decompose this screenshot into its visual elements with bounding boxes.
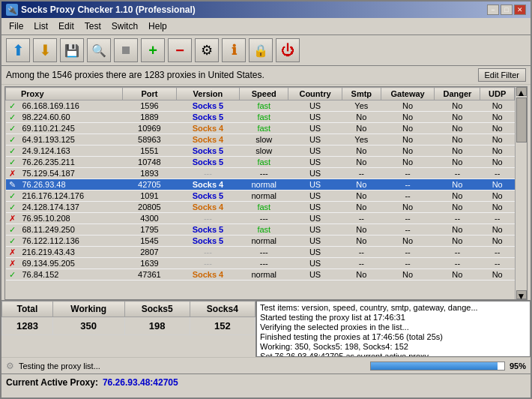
- row-status-icon: ✓: [9, 202, 16, 212]
- table-scrollbar[interactable]: ▲ ▼: [515, 87, 527, 299]
- menu-file[interactable]: File: [4, 20, 28, 33]
- cell-danger: No: [435, 224, 480, 236]
- cell-version: ---: [176, 258, 240, 269]
- log-panel: Test items: version, speed, country, smt…: [256, 301, 531, 357]
- maximize-button[interactable]: □: [501, 4, 513, 15]
- cell-version: Socks 4: [176, 179, 240, 190]
- progress-icon: ⚙: [6, 361, 14, 371]
- cell-country: US: [288, 168, 342, 179]
- table-row[interactable]: ✓ 76.122.112.136 1545 Socks 5 normal US …: [6, 236, 515, 247]
- table-row[interactable]: ✗ 69.134.95.205 1639 --- --- US -- -- --…: [6, 258, 515, 269]
- cell-gateway: No: [381, 157, 435, 168]
- table-row[interactable]: ✗ 75.129.54.187 1893 --- --- US -- -- --…: [6, 168, 515, 179]
- stats-panel: Total Working Socks5 Socks4 1283 350 198…: [1, 301, 256, 357]
- cell-proxy: ✗ 75.129.54.187: [6, 168, 123, 179]
- cell-udp: --: [480, 213, 515, 224]
- table-row[interactable]: ✓ 24.9.124.163 1551 Socks 5 slow US No N…: [6, 146, 515, 157]
- cell-speed: slow: [240, 146, 288, 157]
- cell-smtp: No: [342, 269, 381, 280]
- cell-gateway: No: [381, 123, 435, 134]
- cell-udp: No: [480, 100, 515, 112]
- cell-udp: No: [480, 236, 515, 247]
- log-line: Started testing the proxy list at 17:46:…: [260, 313, 527, 322]
- row-status-icon: ✗: [9, 259, 16, 268]
- save-button[interactable]: 💾: [60, 38, 84, 62]
- menu-list[interactable]: List: [29, 20, 52, 33]
- cell-version: Socks 5: [176, 100, 240, 112]
- info-button[interactable]: ℹ: [222, 38, 246, 62]
- cell-port: 1795: [123, 224, 177, 236]
- table-row[interactable]: ✓ 66.168.169.116 1596 Socks 5 fast US Ye…: [6, 100, 515, 112]
- cell-proxy: ✓ 64.91.193.125: [6, 134, 123, 146]
- cell-proxy: ✓ 68.11.249.250: [6, 224, 123, 236]
- cell-danger: --: [435, 168, 480, 179]
- cell-speed: fast: [240, 224, 288, 236]
- cell-smtp: No: [342, 236, 381, 247]
- cell-smtp: --: [342, 213, 381, 224]
- cell-country: US: [288, 100, 342, 112]
- settings-button[interactable]: ⚙: [195, 38, 219, 62]
- menu-switch[interactable]: Switch: [107, 20, 142, 33]
- close-button[interactable]: ✕: [514, 4, 526, 15]
- edit-filter-button[interactable]: Edit Filter: [478, 68, 526, 82]
- cell-proxy: ✓ 76.122.112.136: [6, 236, 123, 247]
- log-line: Set 76.26.93.48:42705 as current active …: [260, 352, 527, 357]
- cell-country: US: [288, 202, 342, 213]
- table-row[interactable]: ✓ 69.110.21.245 10969 Socks 4 fast US No…: [6, 123, 515, 134]
- cell-speed: fast: [240, 112, 288, 123]
- table-row[interactable]: ✓ 76.26.235.211 10748 Socks 5 fast US No…: [6, 157, 515, 168]
- cell-gateway: No: [381, 269, 435, 280]
- cell-speed: ---: [240, 247, 288, 258]
- cell-port: 1091: [123, 190, 177, 202]
- stop-button[interactable]: ⏹: [114, 38, 138, 62]
- col-smtp: Smtp: [342, 88, 381, 100]
- cell-udp: No: [480, 123, 515, 134]
- menu-edit[interactable]: Edit: [54, 20, 79, 33]
- cell-country: US: [288, 123, 342, 134]
- cell-smtp: --: [342, 247, 381, 258]
- col-udp: UDP: [480, 88, 515, 100]
- cell-gateway: No: [381, 236, 435, 247]
- cell-danger: --: [435, 258, 480, 269]
- up-button[interactable]: ⬆: [6, 38, 30, 62]
- cell-proxy: ✓ 69.110.21.245: [6, 123, 123, 134]
- power-button[interactable]: ⏻: [276, 38, 300, 62]
- cell-udp: No: [480, 202, 515, 213]
- down-button[interactable]: ⬇: [33, 38, 57, 62]
- cell-smtp: No: [342, 123, 381, 134]
- table-row[interactable]: ✓ 68.11.249.250 1795 Socks 5 fast US No …: [6, 224, 515, 236]
- table-row[interactable]: ✗ 216.219.43.43 2807 --- --- US -- -- --…: [6, 247, 515, 258]
- table-row[interactable]: ✎ 76.26.93.48 42705 Socks 4 normal US No…: [6, 179, 515, 190]
- progress-area: ⚙ Testing the proxy list... 95%: [1, 357, 531, 374]
- minimize-button[interactable]: −: [487, 4, 499, 15]
- menu-help[interactable]: Help: [144, 20, 172, 33]
- cell-smtp: No: [342, 157, 381, 168]
- cell-port: 20805: [123, 202, 177, 213]
- cell-danger: No: [435, 134, 480, 146]
- table-row[interactable]: ✓ 64.91.193.125 58963 Socks 4 slow US Ye…: [6, 134, 515, 146]
- cell-country: US: [288, 190, 342, 202]
- col-speed: Speed: [240, 88, 288, 100]
- cell-port: 1545: [123, 236, 177, 247]
- cell-smtp: No: [342, 190, 381, 202]
- lock-button[interactable]: 🔒: [249, 38, 273, 62]
- table-row[interactable]: ✓ 24.128.174.137 20805 Socks 4 fast US N…: [6, 202, 515, 213]
- add-button[interactable]: +: [141, 38, 165, 62]
- cell-version: ---: [176, 213, 240, 224]
- cell-gateway: No: [381, 202, 435, 213]
- search-button[interactable]: 🔍: [87, 38, 111, 62]
- table-row[interactable]: ✓ 216.176.124.176 1091 Socks 5 normal US…: [6, 190, 515, 202]
- row-status-icon: ✓: [9, 135, 16, 145]
- table-row[interactable]: ✓ 76.84.152 47361 Socks 4 normal US No N…: [6, 269, 515, 280]
- cell-gateway: --: [381, 258, 435, 269]
- remove-button[interactable]: −: [168, 38, 192, 62]
- table-row[interactable]: ✓ 98.224.60.60 1889 Socks 5 fast US No N…: [6, 112, 515, 123]
- window-title: Socks Proxy Checker 1.10 (Professional): [21, 4, 196, 15]
- cell-proxy: ✎ 76.26.93.48: [6, 179, 123, 190]
- cell-gateway: No: [381, 146, 435, 157]
- log-line: Finished testing the proxies at 17:46:56…: [260, 332, 527, 341]
- proxy-table: Proxy Port Version Speed Country Smtp Ga…: [5, 87, 515, 280]
- table-row[interactable]: ✗ 76.95.10.208 4300 --- --- US -- -- -- …: [6, 213, 515, 224]
- cell-speed: normal: [240, 269, 288, 280]
- menu-test[interactable]: Test: [80, 20, 106, 33]
